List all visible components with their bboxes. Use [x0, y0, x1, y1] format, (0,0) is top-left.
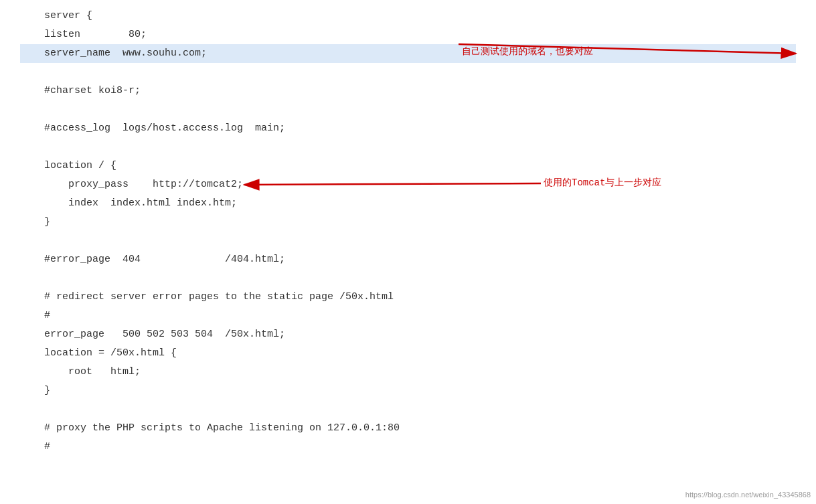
annotation-tomcat: 使用的Tomcat与上一步对应	[544, 177, 661, 189]
code-text: root html;	[20, 363, 141, 382]
code-text: #	[20, 438, 50, 456]
code-text: index index.html index.htm;	[20, 194, 237, 213]
code-text: listen 80;	[20, 25, 147, 44]
code-line-24: #	[20, 438, 796, 456]
watermark: https://blog.csdn.net/weixin_43345868	[685, 491, 811, 499]
code-line-12: }	[20, 213, 796, 232]
code-text: error_page 500 502 503 504 /50x.html;	[20, 325, 285, 344]
code-line-2: listen 80;	[20, 25, 796, 44]
code-line-19: location = /50x.html {	[20, 344, 796, 363]
code-line-22	[20, 400, 796, 419]
code-text: location / {	[20, 157, 116, 175]
code-line-16: # redirect server error pages to the sta…	[20, 288, 796, 307]
code-text: }	[20, 213, 50, 232]
code-line-15	[20, 269, 796, 288]
code-line-17: #	[20, 307, 796, 325]
code-line-20: root html;	[20, 363, 796, 382]
code-text: #error_page 404 /404.html;	[20, 250, 285, 269]
code-line-7: #access_log logs/host.access.log main;	[20, 119, 796, 138]
code-container: server { listen 80; server_name www.souh…	[0, 0, 816, 504]
code-line-14: #error_page 404 /404.html;	[20, 250, 796, 269]
code-line-13	[20, 232, 796, 250]
code-line-21: }	[20, 382, 796, 400]
code-text: server {	[20, 7, 92, 25]
code-line-23: # proxy the PHP scripts to Apache listen…	[20, 419, 796, 438]
code-line-6	[20, 100, 796, 119]
code-text: # proxy the PHP scripts to Apache listen…	[20, 419, 400, 438]
code-text: proxy_pass	[20, 175, 153, 194]
code-block: server { listen 80; server_name www.souh…	[0, 7, 816, 456]
code-text: location = /50x.html {	[20, 344, 177, 363]
code-line-1: server {	[20, 7, 796, 25]
code-line-11: index index.html index.htm;	[20, 194, 796, 213]
code-text: #charset koi8-r;	[20, 82, 141, 100]
code-text: # redirect server error pages to the sta…	[20, 288, 394, 307]
code-text: }	[20, 382, 50, 400]
code-line-5: #charset koi8-r;	[20, 82, 796, 100]
code-line-18: error_page 500 502 503 504 /50x.html;	[20, 325, 796, 344]
annotation-domain: 自己测试使用的域名，也要对应	[462, 46, 593, 58]
code-line-8	[20, 138, 796, 157]
code-line-4	[20, 63, 796, 82]
code-text: #access_log logs/host.access.log main;	[20, 119, 285, 138]
code-text: #	[20, 307, 50, 325]
code-line-10: proxy_pass http://tomcat2;	[20, 175, 796, 194]
proxy-pass-link[interactable]: http://tomcat2;	[153, 175, 243, 194]
code-line-3: server_name www.souhu.com;	[20, 44, 796, 63]
code-text: server_name www.souhu.com;	[20, 44, 207, 63]
code-line-9: location / {	[20, 157, 796, 175]
